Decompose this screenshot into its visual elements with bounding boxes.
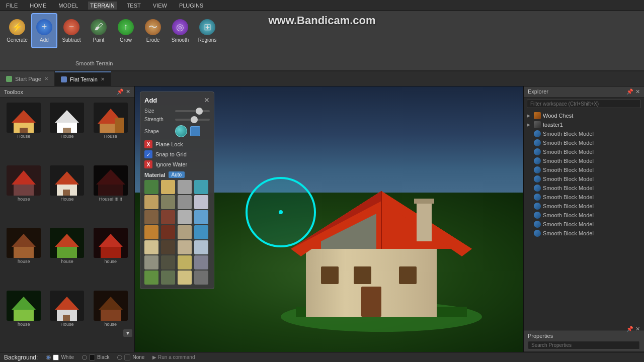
material-cell[interactable] [161,225,175,239]
bg-black-option[interactable]: Black [82,354,109,360]
tree-item[interactable]: Smooth Block Model [525,193,643,202]
material-cell[interactable] [161,210,175,224]
toolbox-pin[interactable]: 📌 [117,88,124,95]
material-cell[interactable] [194,195,208,209]
size-slider-thumb[interactable] [196,108,203,115]
toolbox-close[interactable]: ✕ [126,88,130,95]
properties-close[interactable]: ✕ [635,326,640,332]
menu-view[interactable]: VIEW [151,2,169,10]
material-cell[interactable] [178,225,192,239]
toolbox-scroll-down[interactable]: ▼ [123,329,132,337]
ignore-water-toggle[interactable]: X [144,160,152,168]
list-item[interactable]: House [46,101,88,161]
material-cell[interactable] [144,210,158,224]
list-item[interactable]: house [90,226,131,287]
material-cell[interactable] [144,195,158,209]
bg-black-radio[interactable] [82,355,87,360]
tab-start-close[interactable]: ✕ [44,76,48,81]
list-item[interactable]: house [46,226,88,287]
plane-lock-toggle[interactable]: X [144,140,152,148]
bg-none-option[interactable]: None [117,354,144,360]
tree-item[interactable]: Smooth Block Model [525,184,643,193]
menu-terrain[interactable]: TERRAIN [88,2,116,10]
tree-item[interactable]: ▶Wood Chest [525,111,643,120]
material-cell[interactable] [144,270,158,285]
material-cell[interactable] [161,240,175,254]
tab-flat[interactable]: Flat Terrain ✕ [55,71,111,86]
material-cell[interactable] [178,240,192,254]
properties-pin[interactable]: 📌 [626,326,633,332]
material-cell[interactable] [161,180,175,194]
toolbar-paint[interactable]: 🖌 Paint [86,13,112,48]
toolbar-regions[interactable]: ⊞ Regions [194,13,220,48]
size-slider-track[interactable] [175,110,210,112]
list-item[interactable]: House [90,101,131,161]
toolbar-subtract[interactable]: − Subtract [58,13,85,48]
menu-file[interactable]: FILE [4,2,20,10]
explorer-search-input[interactable] [527,100,641,108]
material-cell[interactable] [161,195,175,209]
toolbar-grow[interactable]: ↑ Grow [113,13,139,48]
viewport[interactable]: Add ✕ Size Strength Shape [135,86,523,352]
material-cell[interactable] [194,180,208,194]
menu-plugins[interactable]: PLUGINS [177,2,205,10]
explorer-close[interactable]: ✕ [635,88,640,95]
material-cell[interactable] [194,255,208,269]
material-cell[interactable] [178,195,192,209]
material-cell[interactable] [144,180,158,194]
toolbar-smooth[interactable]: ◎ Smooth [167,13,193,48]
material-cell[interactable] [161,255,175,269]
toolbar-erode[interactable]: 〜 Erode [140,13,166,48]
list-item[interactable]: house [3,289,44,349]
list-item[interactable]: House [3,101,44,161]
material-cell[interactable] [194,270,208,285]
menu-home[interactable]: HOME [28,2,48,10]
tree-item[interactable]: Smooth Block Model [525,202,643,211]
material-cell[interactable] [144,255,158,269]
tree-item[interactable]: Smooth Block Model [525,174,643,184]
material-cell[interactable] [178,210,192,224]
toolbar-generate[interactable]: ⚡ Generate [4,13,30,48]
tree-item[interactable]: Smooth Block Model [525,220,643,229]
material-cell[interactable] [144,240,158,254]
list-item[interactable]: House [46,163,88,224]
add-panel-close-button[interactable]: ✕ [204,96,210,104]
material-cell[interactable] [178,270,192,285]
snap-to-grid-toggle[interactable]: ✓ [144,150,152,158]
list-item[interactable]: House!!!!!!!! [90,163,131,224]
menu-test[interactable]: TEST [125,2,143,10]
properties-search-input[interactable] [528,341,640,349]
tab-start[interactable]: Start Page ✕ [0,71,55,86]
tree-item[interactable]: Smooth Block Model [525,129,643,138]
shape-square-btn[interactable] [190,126,200,136]
material-cell[interactable] [178,180,192,194]
tree-item[interactable]: Smooth Block Model [525,211,643,220]
strength-slider-thumb[interactable] [191,116,198,123]
menu-model[interactable]: MODEL [56,2,80,10]
list-item[interactable]: house [3,163,44,224]
material-cell[interactable] [178,255,192,269]
list-item[interactable]: house [3,226,44,287]
tree-item[interactable]: Smooth Block Model [525,138,643,147]
tree-item[interactable]: Smooth Block Model [525,165,643,174]
bg-white-option[interactable]: White [46,354,74,360]
tree-item[interactable]: Smooth Block Model [525,147,643,156]
tree-item[interactable]: Smooth Block Model [525,156,643,165]
material-cell[interactable] [194,225,208,239]
toolbar-add[interactable]: + Add [31,13,57,48]
strength-slider-track[interactable] [175,119,210,121]
tree-item[interactable]: ▶toaster1 [525,120,643,129]
list-item[interactable]: house [90,289,131,349]
bg-white-radio[interactable] [46,355,51,360]
material-cell[interactable] [194,240,208,254]
material-auto-btn[interactable]: Auto [169,171,185,178]
tab-flat-close[interactable]: ✕ [101,76,105,82]
tree-item[interactable]: Smooth Block Model [525,229,643,238]
list-item[interactable]: House [46,289,88,349]
material-cell[interactable] [194,210,208,224]
explorer-pin[interactable]: 📌 [626,88,633,95]
material-cell[interactable] [161,270,175,285]
material-cell[interactable] [144,225,158,239]
shape-circle-btn[interactable] [175,125,187,137]
bg-none-radio[interactable] [117,355,122,360]
